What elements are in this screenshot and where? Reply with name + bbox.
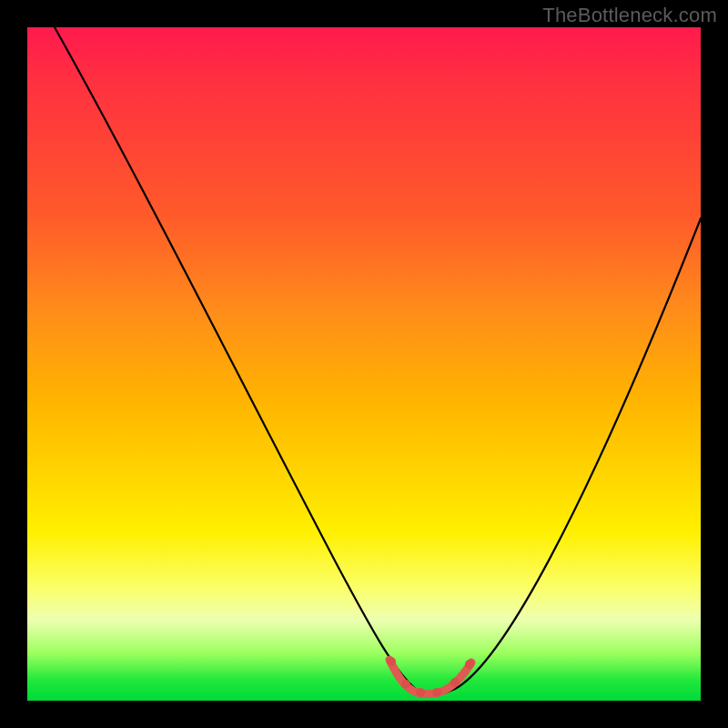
optimal-dot [465, 660, 474, 669]
optimal-dot [432, 688, 441, 697]
watermark-text: TheBottleneck.com [542, 4, 717, 27]
optimal-dot [387, 657, 396, 666]
chart-plot-area [27, 27, 701, 701]
bottleneck-curve [55, 27, 701, 695]
optimal-band [389, 660, 471, 694]
chart-frame: TheBottleneck.com [0, 0, 728, 728]
optimal-dot [416, 688, 425, 697]
optimal-dot [401, 680, 410, 689]
chart-svg [27, 27, 701, 701]
optimal-dot [450, 678, 460, 687]
